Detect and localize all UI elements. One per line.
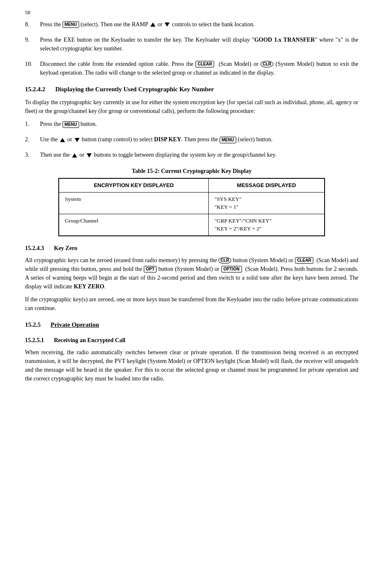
section-heading-15242: 15.2.4.2 Displaying the Currently Used C…	[25, 85, 358, 94]
list-content-9: Press the EXE button on the Keyloader to…	[40, 35, 358, 53]
section-num-15243: 15.2.4.3	[25, 244, 44, 253]
section-heading-15243: 15.2.4.3 Key Zero	[25, 244, 358, 253]
step-num-3: 3.	[25, 150, 40, 159]
list-content-10: Disconnect the cable from the extended o…	[40, 60, 358, 77]
section-15251: 15.2.5.1 Receiving an Encrypted Call Whe…	[25, 336, 358, 383]
section-num-15242: 15.2.4.2	[25, 85, 45, 94]
section-heading-1525: 15.2.5 Private Operation	[25, 320, 358, 330]
step-content-3: Then use the or buttons to toggle betwee…	[40, 150, 358, 159]
step-1: 1. Press the MENU button.	[25, 120, 358, 128]
menu-button-step1: MENU	[62, 121, 79, 128]
step-content-1: Press the MENU button.	[40, 120, 358, 128]
arrow-up-icon-2	[60, 138, 65, 142]
section-15242-intro: To display the cryptographic key current…	[25, 98, 358, 115]
section-15251-para: When receiving, the radio automatically …	[25, 348, 358, 383]
list-num-9: 9.	[25, 35, 40, 53]
table-row-group-channel: Group/Channel "GRP KEY"/"CHN KEY""KEY = …	[59, 214, 325, 236]
section-title-15242: Displaying the Currently Used Cryptograp…	[55, 85, 214, 94]
page-number: 58	[25, 8, 358, 17]
step-num-1: 1.	[25, 120, 40, 128]
arrow-down-icon-2	[75, 138, 80, 142]
section-15242: 15.2.4.2 Displaying the Currently Used C…	[25, 85, 358, 236]
clr-button-inline-1: CLR	[260, 61, 273, 68]
option-button-15243: OPTION	[221, 266, 242, 273]
clear-button-inline-1: CLEAR	[195, 61, 214, 68]
arrow-down-icon	[165, 23, 170, 27]
step-3: 3. Then use the or buttons to toggle bet…	[25, 150, 358, 159]
table-cell-group-label: Group/Channel	[59, 214, 209, 236]
section-1525: 15.2.5 Private Operation	[25, 320, 358, 330]
step-num-2: 2.	[25, 135, 40, 144]
section-title-15251: Receiving an Encrypted Call	[54, 336, 126, 345]
section-15243: 15.2.4.3 Key Zero All cryptographic keys…	[25, 244, 358, 313]
good-transfer-text: GOOD 1.x TRANSFER	[254, 37, 315, 43]
disp-key-text: DISP KEY	[154, 136, 181, 143]
section-title-15243: Key Zero	[54, 244, 78, 253]
list-num-8: 8.	[25, 20, 40, 29]
table-row-system: System "SYS KEY""KEY = 1"	[59, 192, 325, 214]
table-cell-group-message: "GRP KEY"/"CHN KEY""KEY = 2"/KEY = 2"	[209, 214, 325, 236]
table-header-col1: ENCRYPTION KEY DISPLAYED	[59, 178, 209, 192]
intro-list: 8. Press the MENU (select). Then use the…	[25, 20, 358, 77]
table-cell-system-label: System	[59, 192, 209, 214]
clr-button-15243: CLR	[218, 257, 231, 264]
section-15243-para2: If the cryptographic key(s) are zeroed, …	[25, 295, 358, 313]
crypto-table: ENCRYPTION KEY DISPLAYED MESSAGE DISPLAY…	[58, 178, 325, 236]
steps-list-15242: 1. Press the MENU button. 2. Use the or …	[25, 120, 358, 159]
arrow-up-icon	[150, 23, 155, 27]
list-item-8: 8. Press the MENU (select). Then use the…	[25, 20, 358, 29]
section-num-1525: 15.2.5	[25, 320, 41, 330]
step-content-2: Use the or button (ramp control) to sele…	[40, 135, 358, 144]
section-title-1525: Private Operation	[51, 320, 99, 330]
menu-button-step2: MENU	[220, 137, 236, 143]
arrow-up-icon-3	[72, 153, 77, 158]
section-15243-para1: All cryptographic keys can be zeroed (er…	[25, 256, 358, 291]
section-num-15251: 15.2.5.1	[25, 336, 44, 345]
section-heading-15251: 15.2.5.1 Receiving an Encrypted Call	[25, 336, 358, 345]
list-item-10: 10. Disconnect the cable from the extend…	[25, 60, 358, 77]
table-caption: Table 15-2: Current Cryptographic Key Di…	[25, 167, 358, 175]
key-zero-text: KEY ZERO	[74, 283, 104, 290]
table-header-row: ENCRYPTION KEY DISPLAYED MESSAGE DISPLAY…	[59, 178, 325, 192]
step-2: 2. Use the or button (ramp control) to s…	[25, 135, 358, 144]
list-num-10: 10.	[25, 60, 40, 77]
arrow-down-icon-3	[87, 153, 92, 158]
list-content-8: Press the MENU (select). Then use the RA…	[40, 20, 358, 29]
table-header-col2: MESSAGE DISPLAYED	[209, 178, 325, 192]
list-item-9: 9. Press the EXE button on the Keyloader…	[25, 35, 358, 53]
menu-button-inline: MENU	[62, 21, 79, 28]
table-cell-system-message: "SYS KEY""KEY = 1"	[209, 192, 325, 214]
opt-button-15243: OPT	[144, 266, 157, 273]
clear-button-15243: CLEAR	[295, 257, 313, 264]
